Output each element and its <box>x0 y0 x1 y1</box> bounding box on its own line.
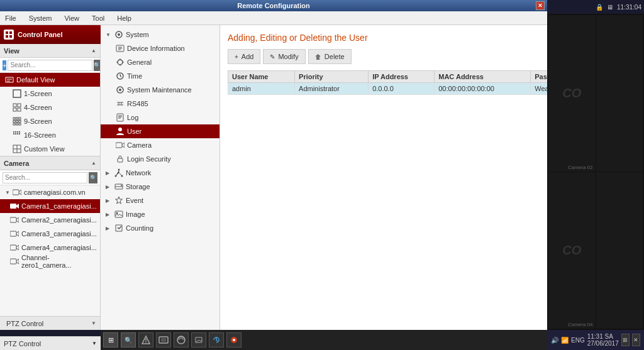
ptz-bottom-bar: PTZ Control ▼ <box>0 336 101 350</box>
sys-item-event[interactable]: ▶ Event <box>101 194 219 207</box>
svg-point-36 <box>118 60 123 65</box>
start-button[interactable]: ⊞ <box>103 332 118 347</box>
control-panel-icon <box>4 30 14 40</box>
svg-rect-2 <box>6 35 8 38</box>
sys-label-image: Image <box>126 211 145 218</box>
cam-cell-2 <box>596 15 643 172</box>
menu-file[interactable]: File <box>3 13 19 23</box>
camera-label-5: Channel-zero1_camera... <box>21 254 95 269</box>
cell-ip: 0.0.0.0 <box>369 83 435 95</box>
svg-rect-5 <box>13 104 16 107</box>
sys-label-maintenance: System Maintenance <box>127 86 192 94</box>
tree-item-1screen[interactable]: 1-Screen <box>0 87 100 101</box>
close-button[interactable]: ✕ <box>536 1 545 10</box>
svg-rect-29 <box>10 217 16 222</box>
svg-rect-9 <box>13 118 15 119</box>
camera-item-1[interactable]: Camera1_cameragiasi... <box>0 199 100 213</box>
camera-item-2[interactable]: Camera2_cameragiasi... <box>0 213 100 227</box>
svg-point-54 <box>177 336 185 344</box>
sys-item-storage[interactable]: ▶ Storage <box>101 180 219 194</box>
taskbar-icon-3[interactable] <box>174 332 189 347</box>
control-panel-header: Control Panel <box>0 25 101 44</box>
add-icon: + <box>235 53 238 60</box>
sys-item-counting[interactable]: ▶ Counting <box>101 221 219 235</box>
camera-arrow: ▲ <box>91 160 96 166</box>
sys-item-maintenance[interactable]: System Maintenance <box>101 83 219 97</box>
sys-item-image[interactable]: ▶ Image <box>101 207 219 221</box>
col-mac: MAC Address <box>435 71 531 83</box>
svg-rect-3 <box>9 35 12 38</box>
taskbar-icon-5[interactable] <box>209 332 224 347</box>
taskbar-icon-4[interactable] <box>191 332 206 347</box>
svg-rect-23 <box>15 133 16 134</box>
tree-item-default-view[interactable]: Default View <box>0 73 100 87</box>
sys-item-network[interactable]: ▶ Network <box>101 166 219 180</box>
tree-item-custom-view[interactable]: Custom View <box>0 142 100 156</box>
win-btn-2[interactable]: ✕ <box>632 334 640 346</box>
control-panel-title: Control Panel <box>18 31 63 38</box>
sys-item-user[interactable]: User <box>101 124 219 138</box>
camera-label-4: Camera4_cameragiasi... <box>21 244 97 251</box>
tree-item-4screen[interactable]: 4-Screen <box>0 101 100 114</box>
svg-rect-21 <box>19 131 20 133</box>
camera-item-3[interactable]: Camera3_cameragiasi... <box>0 227 100 241</box>
taskbar-icon-2[interactable] <box>156 332 171 347</box>
sys-item-camera[interactable]: Camera <box>101 138 219 152</box>
menu-system[interactable]: System <box>26 13 55 23</box>
sys-item-time[interactable]: Time <box>101 69 219 83</box>
sys-item-device-info[interactable]: Device Information <box>101 41 219 55</box>
svg-rect-11 <box>19 118 21 119</box>
svg-rect-12 <box>13 121 15 123</box>
taskbar-icon-6[interactable] <box>226 332 242 347</box>
col-priority: Priority <box>295 71 369 83</box>
taskbar-icon-1[interactable] <box>138 332 153 347</box>
view-add-button[interactable]: + <box>3 60 6 70</box>
sys-item-log[interactable]: Log <box>101 111 219 124</box>
svg-rect-28 <box>10 204 16 209</box>
sys-item-general[interactable]: General <box>101 55 219 69</box>
tree-label-4screen: 4-Screen <box>24 104 52 111</box>
svg-rect-53 <box>161 338 166 342</box>
svg-rect-20 <box>17 131 18 133</box>
sys-item-rs485[interactable]: RS485 <box>101 97 219 111</box>
camera-item-5[interactable]: Channel-zero1_camera... <box>0 254 100 268</box>
view-label: View <box>4 47 19 55</box>
menu-tool[interactable]: Tool <box>89 13 107 23</box>
tree-item-9screen[interactable]: 9-Screen <box>0 114 100 128</box>
system-tree: ▼ System Device Information General Time… <box>101 25 220 330</box>
svg-rect-40 <box>117 114 123 121</box>
network-expand-icon: ▶ <box>106 170 112 176</box>
camera-root-item[interactable]: ▼ cameragiasi.com.vn <box>0 185 100 199</box>
camera-label-2: Camera2_cameragiasi... <box>21 216 97 224</box>
svg-rect-0 <box>6 31 8 34</box>
desktop-top-bar: 🔒 🖥 11:31:04 <box>547 0 644 14</box>
sys-item-login-security[interactable]: Login Security <box>101 152 219 166</box>
camera-label-3: Camera3_cameragiasi... <box>21 230 97 238</box>
svg-rect-30 <box>10 231 16 236</box>
modify-user-button[interactable]: ✎ Modify <box>263 49 305 64</box>
camera-search-button[interactable]: 🔍 <box>89 172 97 183</box>
camera-section-header[interactable]: Camera ▲ <box>0 156 100 170</box>
view-search-bar: + 🔍 <box>0 58 100 73</box>
cam-cell-4 <box>596 172 643 329</box>
add-user-button[interactable]: + Add <box>228 49 260 64</box>
sys-item-system[interactable]: ▼ System <box>101 28 219 41</box>
win-btn-1[interactable]: ⊞ <box>621 334 630 346</box>
menu-help[interactable]: Help <box>114 13 134 23</box>
col-ip: IP Address <box>369 71 435 83</box>
svg-point-56 <box>233 339 235 341</box>
menu-view[interactable]: View <box>62 13 82 23</box>
desktop-display-icon: 🖥 <box>607 4 613 11</box>
camera-item-4[interactable]: Camera4_cameragiasi... <box>0 241 100 254</box>
search-taskbar-button[interactable]: 🔍 <box>121 332 136 347</box>
camera-search-input[interactable] <box>3 172 87 183</box>
add-label: Add <box>242 53 254 60</box>
view-section-header[interactable]: View ▲ <box>0 44 100 58</box>
view-search-button[interactable]: 🔍 <box>94 60 101 71</box>
svg-point-51 <box>145 341 147 342</box>
svg-point-39 <box>119 89 121 91</box>
tree-item-16screen[interactable]: 16-Screen <box>0 128 100 142</box>
delete-user-button[interactable]: 🗑 Delete <box>308 49 352 64</box>
cam-cell-3: CO Camera 04 <box>548 172 596 329</box>
view-search-input[interactable] <box>8 60 92 71</box>
